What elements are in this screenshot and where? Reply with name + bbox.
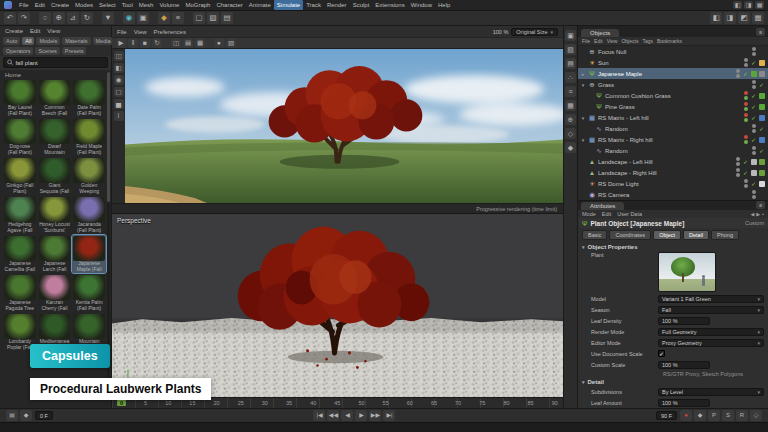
enabled-check[interactable]: ✓	[750, 136, 757, 143]
visibility-dots[interactable]	[752, 47, 756, 56]
breadcrumb[interactable]: Home	[0, 70, 111, 79]
proxy-note[interactable]: RS/GTR Proxy, Sketch Polygons	[578, 370, 768, 377]
layers-icon[interactable]: ▤	[183, 38, 193, 48]
timeline-tick[interactable]: 35	[286, 400, 292, 406]
workplane-icon[interactable]: ▤	[221, 12, 233, 24]
attr-tab-phong[interactable]: Phong	[711, 230, 739, 240]
menu-window[interactable]: Window	[408, 0, 435, 10]
visibility-dots[interactable]	[752, 80, 756, 89]
tab-objects[interactable]: Objects	[581, 29, 619, 37]
om-menu-bookmarks[interactable]: Bookmarks	[657, 38, 682, 44]
visibility-dots[interactable]	[744, 102, 748, 111]
next-frame-icon[interactable]: ▶▶	[369, 410, 381, 421]
pause-ipr-icon[interactable]: ‖	[128, 38, 138, 48]
timeline-tick[interactable]: 30	[262, 400, 268, 406]
coordinates-icon[interactable]: ≡	[172, 12, 184, 24]
visibility-dots[interactable]	[736, 157, 740, 166]
asset-item[interactable]: Hedgehog Agave (Fall Plant)	[3, 196, 37, 234]
polygons-mode-icon[interactable]: ▦	[565, 100, 576, 111]
menu-animate[interactable]: Animate	[246, 0, 274, 10]
menu-character[interactable]: Character	[213, 0, 245, 10]
asset-item[interactable]: Ginkgo (Fall Plant)	[3, 157, 37, 195]
asset-search-box[interactable]	[3, 57, 108, 68]
asset-item[interactable]: Japanese Larch (Fall Plant)	[38, 235, 72, 273]
scale-key-icon[interactable]: S	[722, 410, 734, 421]
timeline-tick[interactable]: 80	[503, 400, 509, 406]
asset-item[interactable]: Common Beech (Fall Plant)	[38, 79, 72, 117]
asset-item[interactable]: Bay Laurel (Fall Plant)	[3, 79, 37, 117]
tag-icon[interactable]	[759, 93, 765, 99]
timeline-tick[interactable]: 50	[358, 400, 364, 406]
enable-axis-icon[interactable]: ⊕	[565, 114, 576, 125]
position-key-icon[interactable]: P	[708, 410, 720, 421]
filter-tab-models[interactable]: Models	[36, 37, 60, 45]
timeline-tick[interactable]: 90	[552, 400, 558, 406]
filter-tab-scenes[interactable]: Scenes	[35, 47, 59, 55]
object-row[interactable]: ΨPine Grass✓	[578, 101, 768, 112]
last-tool-icon[interactable]: ▼	[102, 12, 114, 24]
property-dropdown[interactable]: Variant 1 Fall Green▾	[658, 295, 764, 303]
visibility-dots[interactable]	[752, 146, 756, 155]
asset-item[interactable]: Japanese Maple (Fall Plant)	[72, 235, 106, 273]
filter-tab-media[interactable]: Media	[93, 37, 114, 45]
attr-tab-basic[interactable]: Basic	[582, 230, 607, 240]
enabled-check[interactable]: ✓	[742, 158, 749, 165]
asset-menu-view[interactable]: View	[47, 28, 60, 34]
menu-sculpt[interactable]: Sculpt	[350, 0, 373, 10]
enabled-check[interactable]: ✓	[750, 92, 757, 99]
filter-tab-auto[interactable]: Auto	[3, 37, 20, 45]
tag-icon[interactable]	[759, 159, 765, 165]
om-menu-file[interactable]: File	[582, 38, 590, 44]
render-view-menu-view[interactable]: View	[134, 29, 147, 35]
om-menu-view[interactable]: View	[607, 38, 618, 44]
tag-icon[interactable]	[759, 60, 765, 66]
histogram-icon[interactable]: ▅	[114, 99, 124, 109]
asset-item[interactable]: Golden Weeping Willow (Fall Plant)	[72, 157, 106, 195]
asset-item[interactable]: Date Palm (Fall Plant)	[72, 79, 106, 117]
visibility-dots[interactable]	[736, 168, 740, 177]
timeline-tick[interactable]: 85	[528, 400, 534, 406]
asset-item[interactable]: Dog-rose (Fall Plant)	[3, 118, 37, 156]
visibility-dots[interactable]	[736, 69, 740, 78]
section-object-properties[interactable]: ▾ Object Properties	[578, 242, 768, 251]
timeline-tick[interactable]: 15	[189, 400, 195, 406]
enabled-check[interactable]: ✓	[742, 70, 749, 77]
texture-mode-icon[interactable]: ▧	[207, 12, 219, 24]
property-dropdown[interactable]: Full Geometry▾	[658, 328, 764, 336]
asset-item[interactable]: Kanzan Cherry (Fall Plant)	[38, 274, 72, 312]
live-select-icon[interactable]: ○	[39, 12, 51, 24]
zoom-mode-dropdown[interactable]: Original Size ▾	[511, 28, 558, 36]
visibility-dots[interactable]	[744, 179, 748, 188]
previous-key-icon[interactable]: ◀◀	[327, 410, 339, 421]
color-picker-icon[interactable]: ◉	[114, 75, 124, 85]
scale-tool-icon[interactable]: ⊿	[67, 12, 79, 24]
panel-menu-icon[interactable]: ≡	[756, 28, 765, 36]
panel-menu-icon[interactable]: ≡	[756, 201, 765, 209]
layout-corner-icon[interactable]: ◩	[738, 12, 750, 24]
viewport-label[interactable]: Perspective	[117, 217, 151, 224]
new-material-icon[interactable]: ◆	[158, 12, 170, 24]
snapshot-icon[interactable]: ◫	[114, 51, 124, 61]
property-number-field[interactable]: 100 %	[658, 399, 710, 407]
attr-mode-edit[interactable]: Edit	[602, 211, 611, 217]
region-render-icon[interactable]: ▢	[114, 87, 124, 97]
move-tool-icon[interactable]: ⊕	[53, 12, 65, 24]
tag-icon[interactable]	[759, 170, 765, 176]
property-checkbox[interactable]: ✓	[658, 350, 665, 357]
menu-volume[interactable]: Volume	[156, 0, 182, 10]
end-frame-field[interactable]: 90 F	[656, 411, 677, 420]
keyframe-icon[interactable]: ◆	[694, 410, 706, 421]
tab-attributes[interactable]: Attributes	[581, 202, 624, 210]
attr-tab-detail[interactable]: Detail	[683, 230, 709, 240]
render-view-menu-preferences[interactable]: Preferences	[154, 29, 186, 35]
menu-mesh[interactable]: Mesh	[136, 0, 157, 10]
section-detail[interactable]: ▾ Detail	[578, 377, 768, 386]
property-dropdown[interactable]: Proxy Geometry▾	[658, 339, 764, 347]
rotate-tool-icon[interactable]: ↻	[81, 12, 93, 24]
asset-item[interactable]: Kentia Palm (Fall Plant)	[72, 274, 106, 312]
tag-icon[interactable]	[751, 170, 757, 176]
asset-menu-edit[interactable]: Edit	[30, 28, 40, 34]
timeline-tick[interactable]: 5	[144, 400, 147, 406]
filter-tab-all[interactable]: All	[22, 37, 34, 45]
filter-tab-operators[interactable]: Operators	[3, 47, 33, 55]
